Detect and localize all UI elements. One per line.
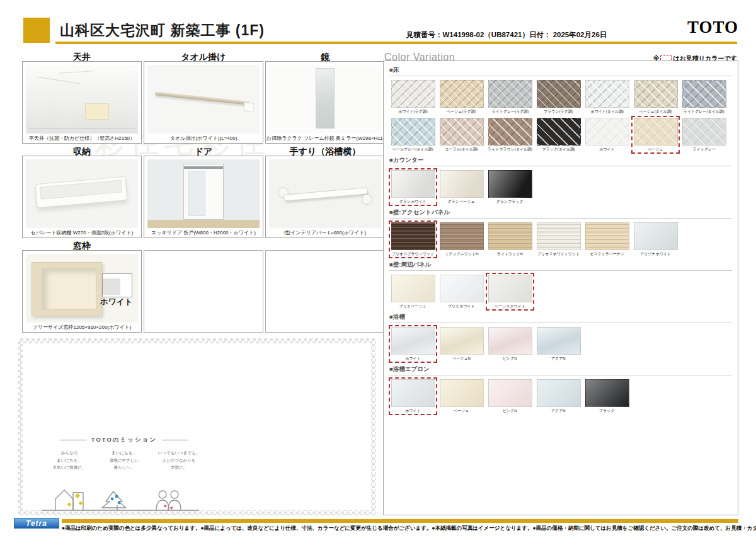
color-swatch[interactable]: ピンクN — [486, 378, 534, 415]
swatch-label: アクアN — [551, 356, 566, 361]
swatch-label: ホワイト — [599, 147, 614, 152]
color-swatch[interactable]: ミディアムウッドN — [438, 221, 485, 258]
color-swatch[interactable]: アクアN — [535, 326, 582, 362]
color-swatch[interactable]: ペールブルー(タイル調) — [389, 117, 437, 153]
color-swatch[interactable]: ベージュ — [438, 378, 485, 415]
color-swatch[interactable]: ベージュ(ラグ調) — [438, 79, 485, 115]
cv-section: ■床ホワイト(ラグ調)ベージュ(ラグ調)ライトグレー(ラグ調)ブラウン(ラグ調)… — [389, 64, 732, 153]
swatch-label: プリエベージュ — [399, 304, 427, 309]
color-swatch[interactable]: ビスクトラバーチン — [583, 221, 631, 258]
swatch-label: グランブラック — [496, 199, 524, 204]
cv-section: ■壁:周辺パネルプリエベージュプリエホワイトベーシスホワイト — [389, 259, 732, 310]
swatch-label: ベージュN — [452, 356, 471, 361]
color-swatch[interactable]: ライトグレー(ラグ調) — [486, 79, 534, 115]
color-swatch[interactable]: ブラック — [583, 378, 631, 415]
swatch-chip — [440, 275, 484, 302]
swatch-chip — [440, 170, 484, 198]
color-swatch[interactable]: プリエベージュ — [389, 273, 437, 310]
cv-section-label: ■壁:周辺パネル — [389, 259, 732, 271]
color-swatch[interactable]: ライトウッドN — [486, 221, 534, 258]
color-swatch[interactable]: アリゾナホワイト — [632, 221, 679, 258]
swatch-row: ホワイトベージュピンクNアクアNブラック — [389, 378, 732, 415]
product-caption: お掃除ラクラク フレーム付鏡 長ミラー(W298×H1175) — [266, 135, 384, 142]
color-swatch[interactable]: プリオスブラウンウッド — [389, 221, 437, 258]
product-photo-box: ホワイト フリーサイズ窓枠1205×910×200(ホワイト) — [22, 250, 142, 333]
swatch-label: コーラル(タイル調) — [445, 147, 478, 152]
swatch-label: ベーシスホワイト — [495, 304, 525, 309]
swatch-label: ブラウン(ラグ調) — [544, 109, 573, 114]
color-swatch[interactable]: ホワイト — [389, 326, 437, 362]
sparkle-icon — [75, 493, 80, 498]
cv-section: ■カウンターグランホワイトグランベージュグランブラック — [389, 154, 732, 205]
color-swatch[interactable]: コーラル(タイル調) — [438, 117, 485, 153]
color-swatch[interactable]: ホワイト — [583, 117, 631, 153]
color-swatch[interactable]: ピンクN — [486, 326, 534, 362]
product-cell-handrail: 手すり（浴槽横） I型インテリアバー L=600(ホワイト) — [265, 146, 385, 239]
swatch-chip — [585, 379, 629, 407]
color-swatch[interactable]: ブラウン(ラグ調) — [535, 79, 582, 115]
water-drop-icon — [111, 498, 114, 501]
product-caption: スッキリドア 折戸(W800・H2000・ホワイト) — [145, 229, 262, 236]
swatch-chip — [391, 118, 435, 146]
color-swatch[interactable]: ベージュN — [438, 326, 485, 362]
color-swatch[interactable]: ブラック(タイル調) — [535, 117, 582, 153]
swatch-chip — [488, 170, 532, 198]
swatch-row: ホワイト(ラグ調)ベージュ(ラグ調)ライトグレー(ラグ調)ブラウン(ラグ調)ホワ… — [389, 79, 732, 115]
product-caption: セパレート収納棚 W270・側面2段(ホワイト) — [23, 229, 140, 236]
person-icon — [171, 491, 178, 498]
product-photo-box: スッキリドア 折戸(W800・H2000・ホワイト) — [144, 156, 263, 238]
cv-section: ■浴槽ホワイトベージュNピンクNアクアN — [389, 311, 732, 362]
color-swatch[interactable]: グランブラック — [486, 169, 534, 205]
toto-logo: TOTO — [687, 18, 738, 37]
color-swatch[interactable]: グランホワイト — [389, 169, 437, 205]
color-swatch[interactable]: プリエホワイト — [438, 273, 485, 310]
storage-photo — [26, 159, 138, 228]
swatch-label: ホワイト — [405, 408, 420, 413]
color-swatch[interactable]: ライトブラウン(タイル調) — [486, 117, 534, 153]
color-swatch[interactable]: ベージュ — [632, 117, 679, 153]
swatch-row: ホワイトベージュNピンクNアクアN — [389, 326, 732, 362]
cv-section-label: ■床 — [389, 64, 732, 76]
swatch-label: グランベージュ — [448, 199, 475, 204]
product-title: 天井 — [22, 52, 142, 61]
swatch-chip — [391, 275, 435, 302]
swatch-label: ベージュ(ラグ調) — [447, 109, 476, 114]
color-swatch[interactable]: ベージュ(タイル調) — [632, 79, 679, 115]
swatch-chip — [585, 118, 629, 146]
swatch-row: グランホワイトグランベージュグランブラック — [389, 169, 732, 205]
quote-number: 見積番号：W141998-02（UB87421）日付： 2025年02月26日 — [406, 30, 607, 40]
swatch-label: プリオスホワイトウッド — [537, 251, 580, 256]
mirror-photo — [269, 65, 381, 134]
color-variation-panel: ■床ホワイト(ラグ調)ベージュ(ラグ調)ライトグレー(ラグ調)ブラウン(ラグ調)… — [383, 60, 738, 515]
color-swatch[interactable]: ホワイト — [389, 378, 437, 415]
mission-column: いつでもいつまでも。人とのつながりを大切に。 — [152, 449, 205, 471]
color-swatch[interactable]: アクアN — [535, 378, 582, 415]
product-title: 鏡 — [265, 52, 385, 61]
swatch-chip — [537, 379, 581, 407]
swatch-label: ビスクトラバーチン — [590, 251, 624, 256]
header-rule — [55, 42, 737, 44]
color-swatch[interactable]: ベーシスホワイト — [486, 273, 534, 310]
product-grid: 天井 平天井（抗菌・防カビ仕様）（壁高さH2150） タオル掛け タオル掛け(ホ… — [22, 52, 385, 334]
swatch-chip — [682, 118, 726, 146]
swatch-label: ライトグレー(ラグ調) — [491, 109, 529, 114]
swatch-chip — [391, 80, 435, 108]
swatch-label: ホワイト(タイル調) — [590, 109, 624, 114]
swatch-row: ペールブルー(タイル調)コーラル(タイル調)ライトブラウン(タイル調)ブラック(… — [389, 117, 732, 153]
color-swatch[interactable]: ホワイト(ラグ調) — [389, 79, 437, 115]
handrail-photo — [269, 159, 381, 228]
product-cell-empty — [265, 241, 385, 334]
color-swatch[interactable]: ライトグレー(タイル調) — [680, 79, 728, 115]
svg-text:♥: ♥ — [170, 505, 173, 511]
product-cell-window-frame: 窓枠 ホワイト フリーサイズ窓枠1205×910×200(ホワイト) — [22, 241, 142, 334]
product-photo-box: お掃除ラクラク フレーム付鏡 長ミラー(W298×H1175) — [265, 61, 385, 144]
product-cell-door: ドア スッキリドア 折戸(W800・H2000・ホワイト) — [144, 146, 263, 239]
color-swatch[interactable]: ホワイト(タイル調) — [583, 79, 631, 115]
color-swatch[interactable]: グランベージュ — [438, 169, 485, 205]
ceiling-photo — [26, 65, 138, 134]
color-swatch[interactable]: プリオスホワイトウッド — [535, 221, 582, 258]
color-swatch[interactable]: ライトグレー — [680, 117, 728, 153]
mission-icons: ♥♥ — [39, 474, 202, 513]
swatch-row: プリエベージュプリエホワイトベーシスホワイト — [389, 273, 732, 310]
swatch-label: ミディアムウッドN — [445, 251, 478, 256]
